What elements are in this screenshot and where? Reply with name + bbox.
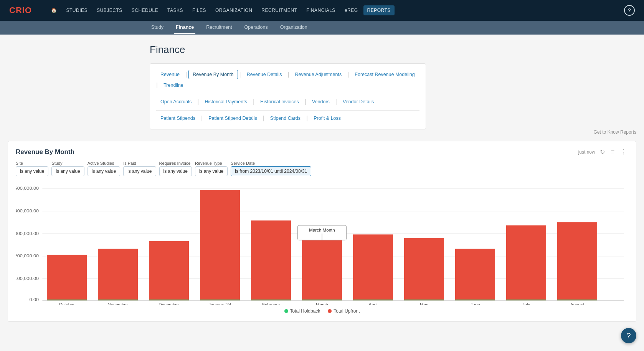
y-label-400k: 400,000.00 bbox=[16, 208, 39, 213]
legend-upfront-dot bbox=[328, 309, 332, 313]
bar-march-upfront bbox=[302, 233, 342, 300]
x-label-december: December bbox=[159, 303, 179, 305]
bar-chart: 500,000.00 400,000.00 300,000.00 200,000… bbox=[16, 182, 628, 305]
nav-files[interactable]: FILES bbox=[188, 5, 210, 15]
x-label-august: August bbox=[570, 303, 584, 305]
filter-bar: Site is any value Study is any value Act… bbox=[16, 161, 628, 176]
bar-july-holdback bbox=[506, 300, 546, 300]
subnav-organization[interactable]: Organization bbox=[279, 22, 309, 34]
nav-home[interactable]: 🏠 bbox=[47, 5, 61, 15]
subnav-recruitment[interactable]: Recruitment bbox=[205, 22, 233, 34]
legend-holdback-dot bbox=[284, 309, 288, 313]
nav-financials[interactable]: FINANCIALS bbox=[302, 5, 339, 15]
tab-trendline[interactable]: Trendline bbox=[159, 81, 188, 90]
more-icon[interactable]: ⋮ bbox=[619, 147, 628, 156]
nav-tasks[interactable]: TASKS bbox=[163, 5, 187, 15]
tab-revenue-details[interactable]: Revenue Details bbox=[243, 70, 286, 79]
chart-legend: Total Holdback Total Upfront bbox=[16, 308, 628, 314]
filter-revenue-type-label: Revenue Type bbox=[195, 161, 228, 166]
y-label-100k: 100,000.00 bbox=[16, 276, 39, 281]
bar-may-upfront bbox=[404, 238, 444, 300]
legend-upfront: Total Upfront bbox=[328, 308, 360, 314]
logo-accent: O bbox=[25, 5, 32, 15]
tab-revenue-adjustments[interactable]: Revenue Adjustments bbox=[291, 70, 346, 79]
nav-reports[interactable]: REPORTS bbox=[363, 5, 395, 15]
bar-october-holdback bbox=[47, 300, 87, 300]
march-annotation-line1: March Month bbox=[309, 228, 335, 232]
bar-november-upfront bbox=[98, 249, 138, 300]
nav-recruitment[interactable]: RECRUITMENT bbox=[258, 5, 301, 15]
tab-sep-10: | bbox=[201, 114, 203, 123]
y-label-500k: 500,000.00 bbox=[16, 186, 39, 191]
bar-june-holdback bbox=[455, 300, 495, 300]
filter-service-date: Service Date is from 2023/10/01 until 20… bbox=[231, 161, 311, 176]
bar-august-upfront bbox=[557, 222, 597, 300]
filter-service-date-value[interactable]: is from 2023/10/01 until 2024/08/31 bbox=[231, 166, 311, 176]
logo-text: CRI bbox=[9, 5, 25, 15]
tab-sep-4: | bbox=[347, 70, 349, 79]
bar-january-holdback bbox=[200, 300, 240, 300]
y-label-200k: 200,000.00 bbox=[16, 253, 39, 258]
filter-requires-invoice-label: Requires Invoice bbox=[159, 161, 192, 166]
filter-active-studies: Active Studies is any value bbox=[88, 161, 120, 176]
report-header: Revenue By Month just now ↻ ≡ ⋮ bbox=[16, 147, 628, 156]
tab-sep-2: | bbox=[239, 70, 241, 79]
legend-holdback: Total Holdback bbox=[284, 308, 320, 314]
tab-vendor-details[interactable]: Vendor Details bbox=[339, 97, 378, 106]
nav-schedule[interactable]: SCHEDULE bbox=[128, 5, 162, 15]
nav-ereg[interactable]: eREG bbox=[341, 5, 362, 15]
tab-forecast[interactable]: Forecast Revenue Modeling bbox=[350, 70, 419, 79]
subnav-study[interactable]: Study bbox=[150, 22, 165, 34]
nav-studies[interactable]: STUDIES bbox=[63, 5, 92, 15]
tab-historical-invoices[interactable]: Historical Invoices bbox=[256, 97, 303, 106]
legend-upfront-label: Total Upfront bbox=[334, 308, 360, 314]
x-label-may: May bbox=[420, 303, 428, 305]
tab-sep-8: | bbox=[305, 97, 306, 106]
page-title: Finance bbox=[150, 44, 636, 56]
tab-vendors[interactable]: Vendors bbox=[308, 97, 334, 106]
filter-active-studies-label: Active Studies bbox=[88, 161, 120, 166]
filter-icon[interactable]: ≡ bbox=[609, 148, 616, 156]
filter-study: Study is any value bbox=[51, 161, 84, 176]
filter-requires-invoice: Requires Invoice is any value bbox=[159, 161, 192, 176]
bar-april-holdback bbox=[353, 300, 393, 300]
refresh-icon[interactable]: ↻ bbox=[598, 147, 606, 156]
filter-site-value[interactable]: is any value bbox=[16, 166, 48, 176]
chart-area: 500,000.00 400,000.00 300,000.00 200,000… bbox=[16, 182, 628, 305]
get-to-know-link[interactable]: Get to Know Reports bbox=[8, 129, 636, 135]
logo[interactable]: CRIO bbox=[9, 5, 32, 15]
filter-site-label: Site bbox=[16, 161, 48, 166]
filter-requires-invoice-value[interactable]: is any value bbox=[159, 166, 192, 176]
filter-revenue-type: Revenue Type is any value bbox=[195, 161, 228, 176]
filter-is-paid-value[interactable]: is any value bbox=[123, 166, 156, 176]
tab-patient-stipend-details[interactable]: Patient Stipend Details bbox=[204, 114, 261, 123]
bar-february-upfront bbox=[251, 220, 291, 300]
subnav-operations[interactable]: Operations bbox=[243, 22, 269, 34]
filter-active-studies-value[interactable]: is any value bbox=[88, 166, 120, 176]
subnav-finance[interactable]: Finance bbox=[174, 22, 195, 34]
tab-profit-loss[interactable]: Profit & Loss bbox=[309, 114, 345, 123]
filter-is-paid-label: Is Paid bbox=[123, 161, 156, 166]
tab-row-3: Patient Stipends | Patient Stipend Detai… bbox=[156, 110, 419, 124]
legend-holdback-label: Total Holdback bbox=[290, 308, 320, 314]
nav-items: 🏠 STUDIES SUBJECTS SCHEDULE TASKS FILES … bbox=[47, 5, 624, 15]
tab-open-accruals[interactable]: Open Accruals bbox=[156, 97, 196, 106]
help-button[interactable]: ? bbox=[624, 5, 635, 16]
bar-december-holdback bbox=[149, 300, 189, 300]
x-label-june: June bbox=[470, 303, 480, 305]
tab-patient-stipends[interactable]: Patient Stipends bbox=[156, 114, 200, 123]
tab-sep-12: | bbox=[306, 114, 308, 123]
bar-august-holdback bbox=[557, 300, 597, 300]
tab-revenue-by-month[interactable]: Revenue By Month bbox=[188, 70, 238, 79]
tab-historical-payments[interactable]: Historical Payments bbox=[200, 97, 251, 106]
report-section: Revenue By Month just now ↻ ≡ ⋮ Site is … bbox=[8, 141, 636, 322]
sub-navigation: Study Finance Recruitment Operations Org… bbox=[0, 21, 644, 35]
bar-january-upfront bbox=[200, 190, 240, 300]
nav-subjects[interactable]: SUBJECTS bbox=[93, 5, 126, 15]
filter-revenue-type-value[interactable]: is any value bbox=[195, 166, 228, 176]
filter-study-value[interactable]: is any value bbox=[51, 166, 84, 176]
tab-stipend-cards[interactable]: Stipend Cards bbox=[266, 114, 305, 123]
tab-revenue[interactable]: Revenue bbox=[156, 70, 184, 79]
tabs-container: Revenue | Revenue By Month | Revenue Det… bbox=[150, 63, 426, 129]
nav-organization[interactable]: ORGANIZATION bbox=[211, 5, 256, 15]
